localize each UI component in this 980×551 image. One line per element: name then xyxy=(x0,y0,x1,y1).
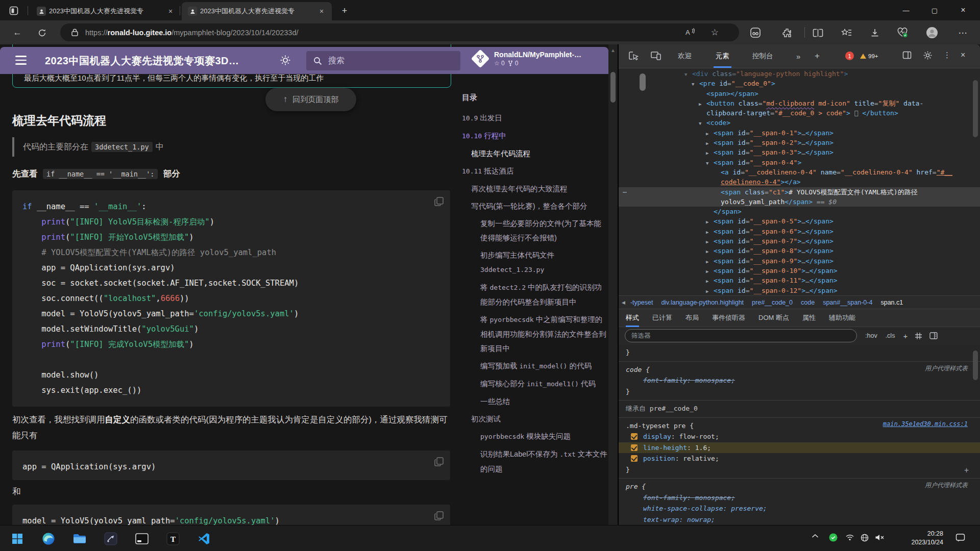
elements-scroll-thumb[interactable] xyxy=(640,73,646,91)
dom-tree-line[interactable]: <a id="__codelineno-0-4" name="__codelin… xyxy=(619,167,980,177)
repo-link[interactable]: RonaldLN/MyPamphlet-… ☆ 0 0 xyxy=(471,51,581,67)
workspaces-icon[interactable] xyxy=(7,4,20,17)
taskbar-typora-icon[interactable]: T xyxy=(163,529,183,548)
dom-tree-line[interactable]: yolov5_yaml_path</span> == $0 xyxy=(619,197,980,207)
new-declaration-button[interactable]: + xyxy=(964,466,969,475)
styles-tab-已计算[interactable]: 已计算 xyxy=(652,309,672,327)
css-declaration[interactable]: position: relative; xyxy=(619,453,980,464)
scroll-up-arrow[interactable]: ▲ xyxy=(610,47,616,53)
volume-muted-icon[interactable] xyxy=(875,534,885,541)
scrollbar-thumb[interactable] xyxy=(610,72,616,103)
more-tabs-icon[interactable]: » xyxy=(794,44,802,68)
dom-tree-line[interactable]: ▶<span id="__span-0-6">…</span> xyxy=(619,227,980,236)
styles-tab-DOM 断点[interactable]: DOM 断点 xyxy=(758,309,789,327)
refresh-button[interactable] xyxy=(35,26,49,40)
tray-status-icon[interactable] xyxy=(829,533,838,542)
styles-tab-辅助功能[interactable]: 辅助功能 xyxy=(829,309,855,327)
dom-tree-line[interactable]: ▶<span id="__span-0-3">…</span> xyxy=(619,147,980,157)
toc-item[interactable]: 将 pyorbbecsdk 中之前编写和整理的相机调用功能和分割算法的文件整合到… xyxy=(462,312,608,356)
favorite-star-icon[interactable]: ☆ xyxy=(711,27,719,38)
inspect-element-icon[interactable] xyxy=(628,51,639,62)
toc-item[interactable]: 识别结果Label不保存为 .txt 文本文件的问题 xyxy=(462,447,608,476)
dom-tree-line[interactable]: ▼<code> xyxy=(619,118,980,128)
grid-badge-icon[interactable] xyxy=(915,332,922,340)
styles-scrollbar-thumb[interactable] xyxy=(973,350,978,380)
taskbar-edge-icon[interactable] xyxy=(38,529,59,548)
back-to-top-button[interactable]: ↑ 回到页面顶部 xyxy=(265,88,356,111)
breadcrumb-item[interactable]: div.language-python.highlight xyxy=(661,299,744,306)
css-declaration[interactable]: font-family: monospace; xyxy=(619,492,980,504)
styles-tab-样式[interactable]: 样式 xyxy=(626,309,639,327)
window-maximize-button[interactable]: ▢ xyxy=(923,0,946,20)
taskbar-explorer-icon[interactable] xyxy=(69,529,90,548)
browser-tab-2-active[interactable]: 2023中国机器人大赛先进视觉专 × xyxy=(182,2,332,20)
copy-code-icon[interactable] xyxy=(434,511,444,521)
profile-avatar[interactable] xyxy=(925,26,939,40)
devtools-menu-icon[interactable]: ⋮ xyxy=(943,51,951,60)
toc-item[interactable]: 一些总结 xyxy=(462,394,608,409)
toc-item[interactable]: 编写预加载 init_model() 的代码 xyxy=(462,359,608,373)
dom-tree-line[interactable]: ▶<span id="__span-0-2">…</span> xyxy=(619,138,980,147)
browser-essentials-icon[interactable] xyxy=(895,26,910,40)
breadcrumb-item[interactable]: span#__span-0-4 xyxy=(823,299,872,306)
split-screen-icon[interactable] xyxy=(811,26,825,40)
taskbar-app-icon[interactable] xyxy=(101,529,121,548)
copy-code-icon[interactable] xyxy=(434,196,444,207)
dom-tree-line[interactable]: <span></span> xyxy=(619,89,980,98)
dom-tree-line[interactable]: ▶<span id="__span-0-11">…</span> xyxy=(619,276,980,285)
css-declaration[interactable]: line-height: 1.6; xyxy=(619,442,980,454)
breadcrumb-item[interactable]: span.c1 xyxy=(880,299,903,306)
copy-code-icon[interactable] xyxy=(434,457,444,467)
toc-item[interactable]: pyorbbecsdk 模块缺失问题 xyxy=(462,429,608,444)
dom-tree-line[interactable]: </span> xyxy=(619,207,980,216)
taskbar-clock[interactable]: 20:28 2023/10/24 xyxy=(897,530,943,547)
styles-tab-属性[interactable]: 属性 xyxy=(802,309,816,327)
toc-item[interactable]: 写代码(第一轮比赛)，整合各个部分 xyxy=(462,199,608,213)
css-declaration[interactable]: font-family: monospace; xyxy=(619,375,980,386)
devtools-tab-元素[interactable]: 元素 xyxy=(714,44,731,68)
toc-item[interactable]: 梳理去年代码流程 xyxy=(462,146,608,161)
globe-icon[interactable] xyxy=(861,534,869,542)
extension-robot-icon[interactable] xyxy=(748,26,763,40)
dom-tree-line[interactable]: ▶<span id="__span-0-7">…</span> xyxy=(619,236,980,246)
address-bar[interactable]: https://ronald-luo.gitee.io/mypamphlet-b… xyxy=(60,23,739,41)
window-close-button[interactable]: × xyxy=(951,0,975,20)
tab-close-icon[interactable]: × xyxy=(165,7,176,15)
styles-tab-事件侦听器[interactable]: 事件侦听器 xyxy=(712,309,745,327)
dom-tree-line[interactable]: ▶<span id="__span-0-5">…</span> xyxy=(619,216,980,226)
network-icon[interactable] xyxy=(845,534,854,541)
back-button[interactable]: ← xyxy=(10,26,24,40)
issues-badge[interactable]: 99+ xyxy=(860,53,878,59)
error-badge[interactable]: 1 xyxy=(845,52,854,60)
dom-tree-line[interactable]: ▶<span id="__span-0-12">…</span> xyxy=(619,286,980,295)
theme-toggle-icon[interactable] xyxy=(280,55,291,66)
dom-tree-line[interactable]: ▶<span id="__span-0-10">…</span> xyxy=(619,266,980,276)
styles-tab-布局[interactable]: 布局 xyxy=(685,309,699,327)
collections-icon[interactable] xyxy=(839,26,853,40)
dom-tree-line[interactable]: ▶<button class="md-clipboard md-icon" ti… xyxy=(619,98,980,108)
dock-side-icon[interactable] xyxy=(902,51,912,60)
window-minimize-button[interactable]: — xyxy=(894,0,918,20)
new-rule-button[interactable]: + xyxy=(903,332,908,340)
notifications-icon[interactable] xyxy=(955,533,965,542)
dom-tree-line[interactable]: ⋯<span class="c1"># YOLOV5模型配置文件(YAML格式)… xyxy=(619,187,980,197)
downloads-icon[interactable] xyxy=(868,26,882,40)
add-panel-icon[interactable]: + xyxy=(813,44,822,68)
dom-tree-line[interactable]: ▶<span id="__span-0-9">…</span> xyxy=(619,256,980,266)
class-toggle-button[interactable]: .cls xyxy=(886,332,895,339)
devtools-tab-控制台[interactable]: 控制台 xyxy=(750,44,775,68)
taskbar-terminal-icon[interactable] xyxy=(132,529,152,548)
devtools-close-icon[interactable]: × xyxy=(961,51,965,60)
breadcrumb-item[interactable]: -typeset xyxy=(630,299,653,306)
tab-close-icon[interactable]: × xyxy=(316,7,327,15)
tree-expand-arrow[interactable]: ▶ xyxy=(706,287,714,295)
toc-item[interactable]: 编写核心部分 init_model1() 代码 xyxy=(462,377,608,391)
toc-item[interactable]: 10.11 抵达酒店 xyxy=(462,164,608,179)
tray-expand-icon[interactable] xyxy=(812,534,819,538)
toc-item[interactable]: 将 detect2.2 中的队友打包的识别功能部分的代码整合到新项目中 xyxy=(462,280,608,309)
toc-item[interactable]: 再次梳理去年代码的大致流程 xyxy=(462,182,608,196)
new-tab-button[interactable]: + xyxy=(338,4,351,17)
lock-icon[interactable] xyxy=(71,29,78,36)
extensions-puzzle-icon[interactable] xyxy=(780,26,794,40)
css-declaration[interactable]: text-wrap: nowrap; xyxy=(619,514,980,525)
